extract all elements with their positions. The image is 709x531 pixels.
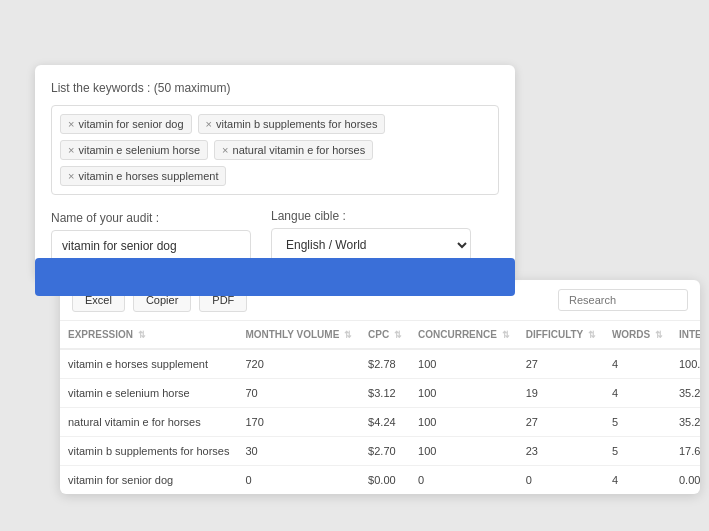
col-header-difficulty[interactable]: DIFFICULTY ⇅ xyxy=(518,321,604,349)
langue-group: Langue cible : English / WorldFrench / F… xyxy=(271,209,471,262)
cell-words: 4 xyxy=(604,379,671,408)
audit-label: Name of your audit : xyxy=(51,211,251,225)
cell-interest: 17.65 xyxy=(671,437,700,466)
cell-expression: vitamin e horses supplement xyxy=(60,349,237,379)
cell-monthly_volume: 720 xyxy=(237,349,360,379)
table-row: vitamin e selenium horse70$3.1210019435.… xyxy=(60,379,700,408)
tag-close-icon[interactable]: × xyxy=(68,118,74,130)
cell-expression: vitamin e selenium horse xyxy=(60,379,237,408)
cell-expression: vitamin b supplements for horses xyxy=(60,437,237,466)
sort-icon: ⇅ xyxy=(394,330,402,340)
sort-icon: ⇅ xyxy=(588,330,596,340)
sort-icon: ⇅ xyxy=(138,330,146,340)
sort-icon: ⇅ xyxy=(655,330,663,340)
cell-expression: natural vitamin e for horses xyxy=(60,408,237,437)
keywords-card: List the keywords : (50 maximum) ×vitami… xyxy=(35,65,515,278)
table-row: vitamin b supplements for horses30$2.701… xyxy=(60,437,700,466)
cell-concurrence: 100 xyxy=(410,349,518,379)
tag-label: natural vitamin e for horses xyxy=(233,144,366,156)
header-row: EXPRESSION ⇅MONTHLY VOLUME ⇅CPC ⇅CONCURR… xyxy=(60,321,700,349)
tag: ×vitamin for senior dog xyxy=(60,114,192,134)
cell-cpc: $3.12 xyxy=(360,379,410,408)
cell-words: 4 xyxy=(604,349,671,379)
tag-close-icon[interactable]: × xyxy=(206,118,212,130)
tag: ×vitamin e selenium horse xyxy=(60,140,208,160)
cell-concurrence: 100 xyxy=(410,437,518,466)
tag: ×vitamin b supplements for horses xyxy=(198,114,386,134)
cell-monthly_volume: 170 xyxy=(237,408,360,437)
table-body: vitamin e horses supplement720$2.7810027… xyxy=(60,349,700,494)
blue-bar xyxy=(35,258,515,296)
cell-cpc: $0.00 xyxy=(360,466,410,495)
tag-label: vitamin for senior dog xyxy=(78,118,183,130)
sort-icon: ⇅ xyxy=(502,330,510,340)
col-header-expression[interactable]: EXPRESSION ⇅ xyxy=(60,321,237,349)
tags-container: ×vitamin for senior dog×vitamin b supple… xyxy=(51,105,499,195)
tag: ×natural vitamin e for horses xyxy=(214,140,373,160)
cell-difficulty: 27 xyxy=(518,408,604,437)
cell-monthly_volume: 0 xyxy=(237,466,360,495)
table-row: vitamin for senior dog0$0.000040.00low xyxy=(60,466,700,495)
langue-label: Langue cible : xyxy=(271,209,471,223)
cell-concurrence: 0 xyxy=(410,466,518,495)
tag-label: vitamin b supplements for horses xyxy=(216,118,377,130)
section-label: List the keywords : (50 maximum) xyxy=(51,81,499,95)
form-row: Name of your audit : Langue cible : Engl… xyxy=(51,209,499,262)
cell-words: 5 xyxy=(604,408,671,437)
cell-interest: 0.00 xyxy=(671,466,700,495)
cell-expression: vitamin for senior dog xyxy=(60,466,237,495)
col-header-monthly_volume[interactable]: MONTHLY VOLUME ⇅ xyxy=(237,321,360,349)
results-card: Excel Copier PDF EXPRESSION ⇅MONTHLY VOL… xyxy=(60,280,700,494)
cell-concurrence: 100 xyxy=(410,408,518,437)
table-header: EXPRESSION ⇅MONTHLY VOLUME ⇅CPC ⇅CONCURR… xyxy=(60,321,700,349)
cell-cpc: $4.24 xyxy=(360,408,410,437)
tag-close-icon[interactable]: × xyxy=(68,170,74,182)
tag: ×vitamin e horses supplement xyxy=(60,166,226,186)
tag-close-icon[interactable]: × xyxy=(222,144,228,156)
tag-label: vitamin e horses supplement xyxy=(78,170,218,182)
cell-words: 5 xyxy=(604,437,671,466)
cell-difficulty: 27 xyxy=(518,349,604,379)
cell-monthly_volume: 30 xyxy=(237,437,360,466)
cell-concurrence: 100 xyxy=(410,379,518,408)
sort-icon: ⇅ xyxy=(344,330,352,340)
tag-label: vitamin e selenium horse xyxy=(78,144,200,156)
cell-monthly_volume: 70 xyxy=(237,379,360,408)
results-table: EXPRESSION ⇅MONTHLY VOLUME ⇅CPC ⇅CONCURR… xyxy=(60,321,700,494)
table-row: natural vitamin e for horses170$4.241002… xyxy=(60,408,700,437)
col-header-cpc[interactable]: CPC ⇅ xyxy=(360,321,410,349)
col-header-words[interactable]: WORDS ⇅ xyxy=(604,321,671,349)
cell-interest: 35.29 xyxy=(671,408,700,437)
langue-select[interactable]: English / WorldFrench / FranceSpanish / … xyxy=(271,228,471,262)
cell-cpc: $2.78 xyxy=(360,349,410,379)
cell-words: 4 xyxy=(604,466,671,495)
table-row: vitamin e horses supplement720$2.7810027… xyxy=(60,349,700,379)
cell-difficulty: 19 xyxy=(518,379,604,408)
cell-interest: 100.00 xyxy=(671,349,700,379)
col-header-concurrence[interactable]: CONCURRENCE ⇅ xyxy=(410,321,518,349)
cell-cpc: $2.70 xyxy=(360,437,410,466)
search-input[interactable] xyxy=(558,289,688,311)
cell-interest: 35.29 xyxy=(671,379,700,408)
audit-group: Name of your audit : xyxy=(51,211,251,262)
col-header-interest[interactable]: INTEREST ⇅ xyxy=(671,321,700,349)
tag-close-icon[interactable]: × xyxy=(68,144,74,156)
cell-difficulty: 0 xyxy=(518,466,604,495)
cell-difficulty: 23 xyxy=(518,437,604,466)
